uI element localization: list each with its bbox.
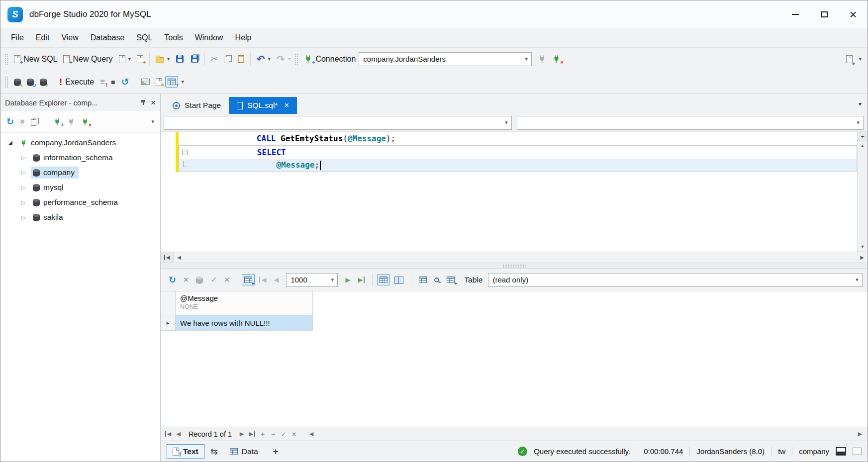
commit-changes-button[interactable] — [193, 274, 206, 286]
scroll-up-button[interactable]: ▲ — [858, 141, 868, 151]
code-line-3-current[interactable]: @Message; — [161, 159, 857, 172]
tree-node-database[interactable]: ▷ sakila — [0, 210, 160, 225]
next-page-button[interactable]: ▶ — [342, 275, 353, 285]
tree-node-database[interactable]: ▷ mysql — [0, 180, 160, 195]
menu-view[interactable]: View — [56, 30, 84, 45]
menu-database[interactable]: Database — [85, 30, 130, 45]
document-combo-left[interactable]: ▾ — [164, 116, 512, 130]
menu-help[interactable]: Help — [230, 30, 257, 45]
layout-full-icon[interactable] — [853, 448, 862, 455]
cancel-changes-button[interactable]: × — [221, 274, 232, 286]
chevron-down-icon[interactable]: ▾ — [853, 116, 863, 129]
grid-column-header[interactable]: @Message NONE — [176, 291, 313, 315]
grid-cell-selected[interactable]: We have rows with NULL!!! — [176, 315, 313, 331]
last-page-button[interactable]: ▶ — [355, 275, 368, 285]
new-object-button[interactable]: + — [134, 53, 146, 65]
maximize-button[interactable] — [810, 0, 839, 28]
tree-collapsed-icon[interactable]: ▷ — [21, 185, 28, 190]
previous-page-button[interactable]: ◀ — [271, 275, 282, 285]
page-size-combobox[interactable]: 1000 ▾ — [286, 273, 338, 287]
new-connection-button[interactable]: + — [301, 53, 315, 65]
append-record-button[interactable]: + — [259, 431, 266, 438]
tab-list-chevron-icon[interactable]: ▾ — [859, 101, 862, 107]
chevron-down-icon[interactable]: ▾ — [268, 56, 271, 62]
editor-horizontal-scrollbar[interactable]: ◀ ◀ ▶ — [161, 252, 868, 263]
first-page-button[interactable]: ◀ — [256, 275, 269, 285]
menu-sql[interactable]: SQL — [131, 30, 158, 45]
close-tab-icon[interactable]: × — [284, 101, 289, 109]
menu-edit[interactable]: Edit — [30, 30, 55, 45]
grid-view-toggle[interactable] — [377, 274, 390, 285]
paging-mode-toggle[interactable]: ▶ — [242, 274, 255, 285]
scroll-left-button[interactable]: ◀ — [174, 252, 185, 263]
collapse-region-icon[interactable]: − — [182, 150, 188, 155]
post-edit-button[interactable]: ✓ — [280, 431, 287, 438]
disconnect-button[interactable]: × — [549, 53, 564, 65]
cancel-edit-button[interactable]: × — [290, 431, 297, 438]
next-record-button[interactable]: ▶ — [238, 431, 245, 437]
open-file-button[interactable]: ▾ — [153, 53, 173, 65]
edit-database-button[interactable]: ✎ — [11, 76, 24, 88]
stop-refresh-button[interactable]: × — [181, 274, 192, 286]
toolbar-overflow-button[interactable]: ▾ — [856, 54, 865, 64]
minimize-button[interactable] — [781, 0, 810, 28]
new-sql-button[interactable]: + New SQL — [11, 53, 60, 66]
layout-horizontal-icon[interactable] — [836, 447, 846, 456]
editor-split-handle[interactable]: ÷ — [858, 132, 868, 141]
text-view-button[interactable]: T Text — [167, 444, 204, 459]
scroll-down-button[interactable]: ▼ — [858, 242, 868, 252]
toolbar-grip[interactable] — [4, 53, 8, 65]
connection-combobox[interactable]: company.JordanSanders ▾ — [359, 52, 532, 66]
toolbar-grip[interactable] — [294, 53, 298, 65]
refresh-explorer-button[interactable]: ↻ — [4, 115, 16, 128]
column-chooser-button[interactable] — [416, 275, 430, 285]
new-query-button[interactable]: + New Query — [60, 53, 115, 66]
editor-vertical-scrollbar[interactable]: ÷ ▲ ▼ — [857, 132, 868, 252]
sql-editor[interactable]: CALL GetEmtyStatus(@Message); − SELECT — [161, 132, 868, 252]
chevron-down-icon[interactable]: ▾ — [521, 53, 531, 66]
sql-formatter-button[interactable]: ▶ — [843, 53, 856, 65]
first-record-button[interactable]: ◀ — [165, 431, 172, 437]
scroll-right-button[interactable]: ▶ — [857, 252, 868, 263]
toolbar-overflow-button[interactable]: ▾ — [178, 77, 187, 87]
undo-button[interactable]: ↶ ▾ — [254, 52, 274, 66]
disconnect-button[interactable]: × — [79, 116, 91, 128]
row-marker-cell[interactable]: ▸ — [161, 315, 176, 331]
connect-button[interactable] — [535, 53, 549, 65]
new-document-button[interactable]: ▾ — [116, 53, 134, 65]
execute-button[interactable]: ! Execute — [56, 75, 97, 89]
grid-scroll-left-button[interactable]: ◀ — [308, 431, 315, 437]
refresh-results-button[interactable]: ↻ — [166, 274, 179, 286]
card-view-button[interactable] — [391, 275, 406, 285]
document-combo-right[interactable]: ▾ — [517, 116, 864, 130]
tree-node-database[interactable]: ▷ performance_schema — [0, 195, 160, 210]
script-database-button[interactable]: ✓ — [37, 76, 50, 88]
execution-history-button[interactable]: ↺ — [118, 75, 132, 89]
horizontal-scroll-track[interactable] — [185, 252, 857, 263]
pin-icon[interactable] — [141, 99, 146, 106]
results-splitter[interactable] — [161, 263, 868, 269]
apply-changes-button[interactable]: ✓ — [207, 274, 220, 286]
stop-button[interactable]: ■ — [108, 77, 118, 88]
chevron-down-icon[interactable]: ▾ — [852, 274, 862, 286]
data-view-button[interactable]: Data — [224, 444, 264, 459]
close-panel-icon[interactable]: × — [151, 98, 156, 107]
chevron-down-icon[interactable]: ▾ — [128, 56, 131, 62]
chevron-down-icon[interactable]: ▾ — [288, 56, 291, 62]
code-pane[interactable]: CALL GetEmtyStatus(@Message); − SELECT — [161, 132, 857, 252]
previous-record-button[interactable]: ◀ — [175, 431, 182, 437]
tab-sql-document[interactable]: SQL.sql* × — [229, 97, 297, 114]
toolbar-grip[interactable] — [4, 76, 8, 88]
chevron-down-icon[interactable]: ▾ — [501, 116, 511, 129]
tree-collapsed-icon[interactable]: ▷ — [21, 155, 28, 161]
tab-start-page[interactable]: Start Page — [165, 97, 229, 114]
copy-button[interactable] — [221, 53, 235, 65]
grid-scroll-right-button[interactable]: ▶ — [857, 431, 864, 437]
vertical-scroll-track[interactable] — [858, 151, 868, 242]
last-record-button[interactable]: ▶ — [249, 431, 256, 437]
export-data-button[interactable]: ▶ — [444, 275, 458, 285]
menu-tools[interactable]: Tools — [159, 30, 188, 45]
execute-script-button[interactable]: ≡! — [97, 76, 108, 88]
pane-split-handle[interactable]: ◀ — [161, 252, 174, 263]
duplicate-object-button[interactable] — [29, 116, 41, 128]
